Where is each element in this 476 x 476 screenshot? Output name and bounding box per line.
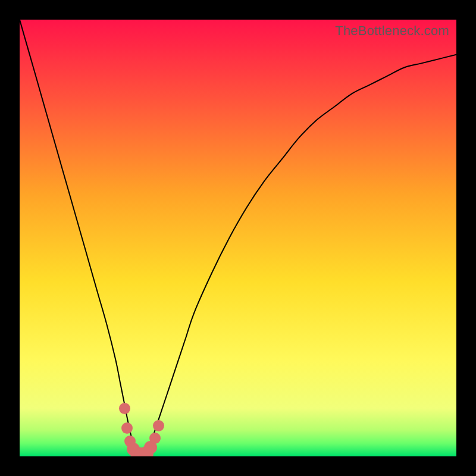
bottleneck-curve-path xyxy=(20,20,456,456)
valley-marker xyxy=(119,403,130,414)
valley-marker xyxy=(121,422,133,434)
valley-marker xyxy=(153,420,164,431)
valley-marker xyxy=(149,433,161,444)
plot-area: TheBottleneck.com xyxy=(20,20,456,456)
chart-frame: TheBottleneck.com xyxy=(0,0,476,476)
curve-layer xyxy=(20,20,456,456)
